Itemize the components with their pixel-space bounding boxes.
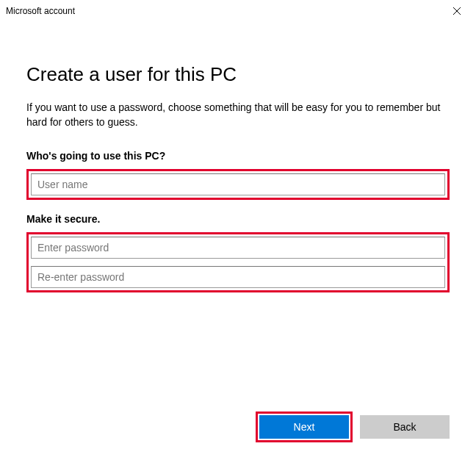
next-button[interactable]: Next [259, 415, 349, 439]
page-title: Create a user for this PC [26, 63, 450, 86]
window-title: Microsoft account [6, 6, 75, 16]
content-area: Create a user for this PC If you want to… [0, 22, 476, 292]
page-description: If you want to use a password, choose so… [26, 101, 450, 129]
password-input[interactable] [31, 237, 445, 259]
back-button[interactable]: Back [360, 415, 450, 439]
username-highlight [26, 169, 450, 200]
confirm-password-input[interactable] [31, 266, 445, 288]
button-row: Next Back [256, 412, 450, 442]
titlebar: Microsoft account [0, 0, 476, 22]
close-icon[interactable] [447, 4, 467, 18]
password-section-label: Make it secure. [26, 213, 450, 225]
username-input[interactable] [31, 173, 445, 195]
username-section-label: Who's going to use this PC? [26, 150, 450, 162]
password-highlight [26, 232, 450, 292]
next-button-highlight: Next [256, 412, 353, 442]
